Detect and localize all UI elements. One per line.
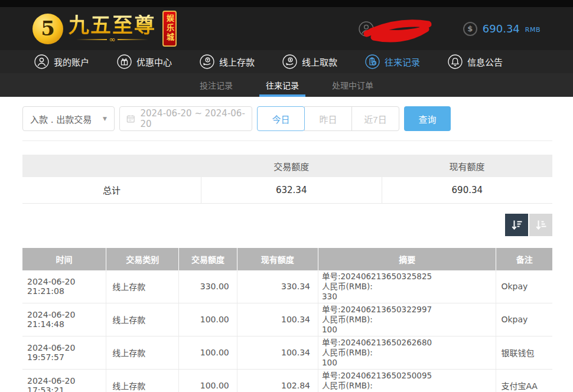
tab-transaction-records[interactable]: 往来记录 — [263, 73, 302, 97]
top-strip — [0, 0, 573, 7]
cell-type: 线上存款 — [106, 336, 179, 369]
summary-transaction-total: 632.34 — [201, 177, 382, 203]
main-nav: 我的账户 优惠中心 线上存款 线上取款 往来记录 — [0, 50, 573, 73]
cell-time: 2024-06-20 21:21:08 — [22, 270, 106, 303]
table-row: 2024-06-20 21:21:08 线上存款 330.00 330.34 单… — [22, 270, 552, 303]
nav-item-deposit[interactable]: 线上存款 — [200, 54, 255, 69]
user-avatar-icon — [359, 21, 374, 37]
filter-bar: 入款 . 出款交易 ▼ 2024-06-20 ~ 2024-06-20 今日 昨… — [22, 97, 552, 141]
summary-header-balance: 现有额度 — [382, 155, 552, 177]
cell-type: 线上存款 — [106, 270, 179, 303]
transaction-type-select[interactable]: 入款 . 出款交易 ▼ — [22, 106, 115, 131]
cell-type: 线上存款 — [106, 303, 179, 336]
records-icon — [365, 54, 380, 69]
col-header-time: 时间 — [22, 248, 106, 270]
summary-balance-total: 690.34 — [382, 177, 552, 203]
balance-currency: RMB — [525, 26, 541, 34]
summary-header-empty — [22, 155, 201, 177]
site-header: 5 九五至尊 ∞ 娱乐城 — [0, 7, 573, 50]
cell-time: 2024-06-20 17:53:21 — [22, 369, 106, 392]
dollar-coin-icon: $ — [463, 22, 477, 36]
nav-item-my-account[interactable]: 我的账户 — [34, 54, 89, 69]
cell-amount: 100.00 — [179, 369, 237, 392]
sub-nav: 投注记录 往来记录 处理中订单 — [0, 73, 573, 97]
table-row: 2024-06-20 21:14:48 线上存款 100.00 100.34 单… — [22, 303, 552, 336]
nav-item-announcements[interactable]: 信息公告 — [448, 54, 503, 69]
logo-badge: 娱乐城 — [162, 11, 177, 47]
cell-amount: 100.00 — [179, 336, 237, 369]
bell-icon — [448, 54, 463, 69]
summary-total-row: 总计 632.34 690.34 — [22, 177, 552, 203]
logo-title: 九五至尊 — [69, 15, 156, 36]
cell-remark: 支付宝AA — [496, 369, 552, 392]
cell-time: 2024-06-20 21:14:48 — [22, 303, 106, 336]
table-row: 2024-06-20 19:57:57 线上存款 100.00 100.34 单… — [22, 336, 552, 369]
cell-balance: 102.84 — [237, 369, 318, 392]
logo-monogram-icon: 5 — [32, 14, 63, 44]
sort-controls — [22, 214, 552, 236]
cell-summary: 单号:202406213650325825 人民币(RMB): 330 — [318, 270, 496, 303]
balance: $ 690.34 RMB — [463, 22, 541, 36]
records-header-row: 时间 交易类别 交易额度 现有额度 摘要 备注 — [22, 248, 552, 270]
site-logo[interactable]: 5 九五至尊 ∞ 娱乐城 — [32, 11, 177, 47]
col-header-remark: 备注 — [496, 248, 552, 270]
query-button[interactable]: 查询 — [404, 106, 451, 131]
summary-table: 交易额度 现有额度 总计 632.34 690.34 — [22, 155, 552, 204]
table-row: 2024-06-20 17:53:21 线上存款 100.00 102.84 单… — [22, 369, 552, 392]
sort-desc-button[interactable] — [505, 214, 528, 236]
user-account[interactable] — [359, 17, 438, 41]
cell-remark: Okpay — [496, 270, 552, 303]
deposit-icon — [200, 54, 214, 69]
col-header-type: 交易类别 — [106, 248, 179, 270]
logo-flourish-icon: ∞ — [76, 37, 149, 43]
records-table: 时间 交易类别 交易额度 现有额度 摘要 备注 2024-06-20 21:21… — [22, 248, 552, 392]
sort-asc-button[interactable] — [529, 214, 552, 236]
cell-time: 2024-06-20 19:57:57 — [22, 336, 106, 369]
cell-balance: 100.34 — [237, 336, 318, 369]
last7days-button[interactable]: 近7日 — [351, 106, 399, 131]
quick-range-group: 今日 昨日 近7日 — [257, 106, 399, 131]
col-header-amount: 交易额度 — [179, 248, 237, 270]
summary-header-row: 交易额度 现有额度 — [22, 155, 552, 177]
nav-item-promotions[interactable]: 优惠中心 — [117, 54, 172, 69]
gift-icon — [117, 54, 132, 69]
col-header-balance: 现有额度 — [237, 248, 318, 270]
chevron-down-icon: ▼ — [103, 116, 107, 122]
cell-remark: Okpay — [496, 303, 552, 336]
page: 5 九五至尊 ∞ 娱乐城 — [0, 0, 573, 392]
yesterday-button[interactable]: 昨日 — [304, 106, 352, 131]
cell-balance: 330.34 — [237, 270, 318, 303]
cell-type: 线上存款 — [106, 369, 179, 392]
cell-remark: 银联钱包 — [496, 336, 552, 369]
nav-item-withdraw[interactable]: 线上取款 — [282, 54, 337, 69]
cell-summary: 单号:202406213650250095 人民币(RMB): 100 — [318, 369, 496, 392]
col-header-summary: 摘要 — [318, 248, 496, 270]
today-button[interactable]: 今日 — [257, 106, 305, 131]
tab-processing-orders[interactable]: 处理中订单 — [329, 73, 376, 97]
summary-header-transaction: 交易额度 — [201, 155, 382, 177]
cell-summary: 单号:202406213650322997 人民币(RMB): 100 — [318, 303, 496, 336]
date-range-input[interactable]: 2024-06-20 ~ 2024-06-20 — [119, 106, 252, 131]
calendar-icon — [126, 114, 135, 123]
balance-amount: 690.34 — [483, 22, 520, 35]
content: 入款 . 出款交易 ▼ 2024-06-20 ~ 2024-06-20 今日 昨… — [0, 97, 573, 392]
cell-summary: 单号:202406213650262680 人民币(RMB): 100 — [318, 336, 496, 369]
sort-desc-icon — [510, 218, 523, 231]
nav-item-transaction-records[interactable]: 往来记录 — [365, 54, 420, 69]
cell-amount: 330.00 — [179, 270, 237, 303]
cell-balance: 100.34 — [237, 303, 318, 336]
withdraw-icon — [282, 54, 297, 69]
tab-bet-records[interactable]: 投注记录 — [197, 73, 236, 97]
summary-total-label: 总计 — [22, 177, 201, 203]
sort-asc-icon — [535, 218, 548, 231]
cell-amount: 100.00 — [179, 303, 237, 336]
user-icon — [34, 54, 49, 69]
